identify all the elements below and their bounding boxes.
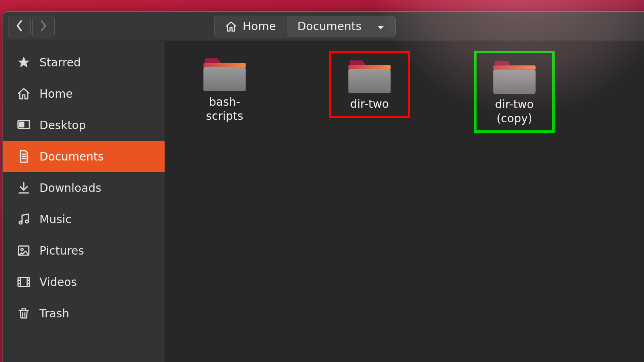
svg-point-12 (21, 248, 23, 251)
sidebar-item-label: Trash (39, 307, 69, 320)
sidebar-item-documents[interactable]: Documents (3, 141, 165, 172)
sidebar-item-label: Starred (39, 56, 81, 69)
sidebar-item-label: Home (39, 87, 73, 101)
sidebar-item-label: Videos (39, 276, 77, 289)
back-button[interactable] (8, 16, 31, 37)
sidebar-item-trash[interactable]: Trash (3, 298, 165, 329)
folder-label: dir-two (350, 97, 389, 111)
breadcrumb: Home Documents (214, 16, 396, 37)
forward-button[interactable] (32, 16, 55, 37)
trash-icon (17, 306, 31, 320)
svg-rect-24 (493, 69, 535, 93)
svg-marker-1 (18, 57, 29, 68)
svg-point-9 (19, 221, 22, 224)
breadcrumb-current-label: Documents (297, 20, 362, 33)
breadcrumb-home[interactable]: Home (215, 16, 287, 37)
sidebar-item-starred[interactable]: Starred (3, 47, 165, 78)
chevron-right-icon (40, 20, 47, 33)
sidebar-item-label: Pictures (39, 244, 84, 257)
chevron-down-icon (377, 20, 385, 33)
sidebar-item-label: Music (39, 213, 72, 226)
sidebar-item-desktop[interactable]: Desktop (3, 109, 165, 141)
home-icon (225, 21, 237, 33)
sidebar-item-home[interactable]: Home (3, 78, 165, 109)
svg-marker-0 (378, 26, 384, 29)
sidebar-item-label: Downloads (39, 181, 101, 195)
file-manager-window: Home Documents Starred (2, 11, 644, 362)
folder-item[interactable]: dir-two (329, 51, 410, 118)
folder-icon (202, 54, 247, 93)
sidebar-item-label: Documents (39, 150, 104, 163)
video-icon (17, 275, 31, 289)
home-icon (17, 87, 31, 101)
folder-icon (347, 56, 392, 95)
svg-rect-3 (19, 122, 25, 128)
breadcrumb-home-label: Home (243, 20, 276, 33)
music-icon (17, 212, 31, 226)
content-icon-view[interactable]: bash- scripts dir-two (165, 41, 644, 362)
download-icon (17, 181, 31, 195)
desktop-icon (17, 118, 31, 132)
svg-point-10 (25, 220, 28, 223)
folder-item[interactable]: dir-two (copy) (474, 51, 555, 133)
picture-icon (17, 244, 31, 257)
sidebar-item-downloads[interactable]: Downloads (3, 172, 165, 204)
document-icon (17, 150, 31, 163)
svg-rect-23 (348, 69, 390, 93)
sidebar-item-music[interactable]: Music (3, 204, 165, 235)
toolbar: Home Documents (3, 12, 644, 41)
breadcrumb-current[interactable]: Documents (287, 16, 396, 37)
sidebar-item-pictures[interactable]: Pictures (3, 235, 165, 266)
folder-label: bash- scripts (206, 95, 244, 123)
folder-item[interactable]: bash- scripts (184, 51, 265, 128)
sidebar-item-label: Desktop (39, 119, 86, 132)
sidebar-item-videos[interactable]: Videos (3, 266, 165, 298)
window-body: Starred Home Desktop (3, 41, 644, 362)
folder-icon (492, 56, 537, 95)
star-icon (17, 56, 31, 69)
folder-label: dir-two (copy) (495, 97, 534, 125)
sidebar: Starred Home Desktop (3, 41, 165, 362)
chevron-left-icon (16, 20, 23, 33)
nav-button-group (8, 16, 61, 37)
svg-rect-22 (203, 67, 246, 91)
